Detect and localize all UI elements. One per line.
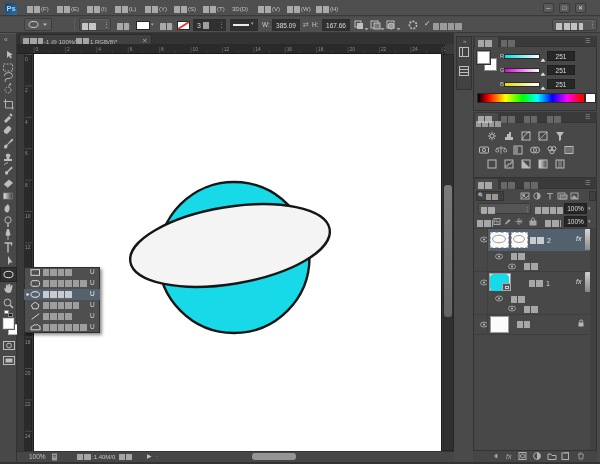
svg-text:2: 2	[67, 47, 70, 52]
svg-text:4: 4	[98, 47, 101, 52]
svg-text:8: 8	[25, 183, 28, 188]
svg-text:12: 12	[25, 245, 31, 250]
svg-text:10: 10	[193, 47, 199, 52]
svg-text:4: 4	[25, 120, 28, 125]
svg-text:2: 2	[25, 88, 28, 93]
svg-text:26: 26	[444, 47, 445, 52]
svg-text:0: 0	[25, 57, 28, 62]
svg-text:6: 6	[130, 47, 133, 52]
svg-text:22: 22	[381, 47, 387, 52]
svg-text:24: 24	[25, 434, 31, 439]
svg-text:10: 10	[25, 214, 31, 219]
svg-text:14: 14	[255, 47, 261, 52]
svg-text:20: 20	[350, 47, 356, 52]
svg-text:22: 22	[25, 402, 31, 407]
svg-text:0: 0	[36, 47, 39, 52]
svg-text:fx: fx	[506, 453, 512, 460]
svg-text:18: 18	[318, 47, 324, 52]
svg-text:8: 8	[161, 47, 164, 52]
svg-text:6: 6	[25, 151, 28, 156]
svg-text:20: 20	[25, 371, 31, 376]
svg-text:12: 12	[224, 47, 230, 52]
svg-text:16: 16	[287, 47, 293, 52]
svg-text:24: 24	[412, 47, 418, 52]
svg-text:18: 18	[25, 340, 31, 345]
